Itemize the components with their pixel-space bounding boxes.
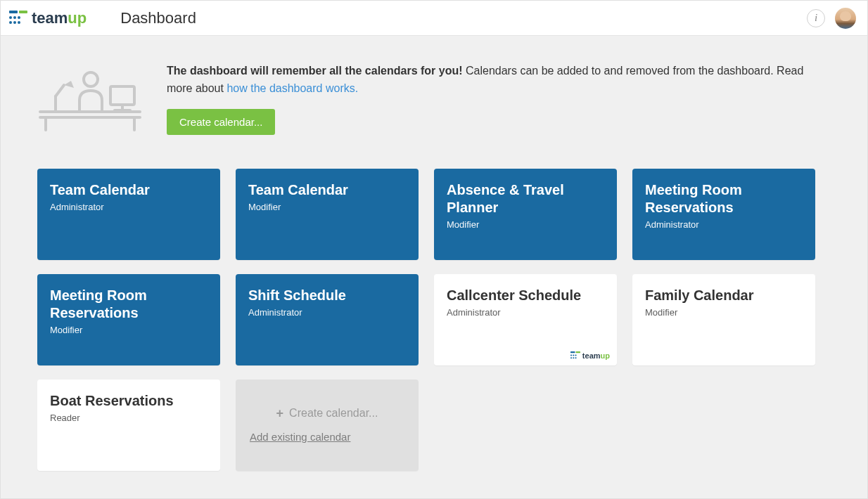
brand-logo[interactable]: teamup bbox=[9, 9, 87, 27]
calendar-card[interactable]: Meeting Room ReservationsModifier bbox=[37, 274, 220, 365]
add-calendar-card: +Create calendar...Add existing calendar bbox=[236, 380, 419, 471]
calendar-card-title: Team Calendar bbox=[50, 181, 208, 199]
calendar-card[interactable]: Team CalendarModifier bbox=[236, 169, 419, 260]
svg-point-24 bbox=[573, 357, 574, 358]
main-content: The dashboard will remember all the cale… bbox=[1, 36, 867, 498]
calendar-card-title: Callcenter Schedule bbox=[447, 287, 604, 304]
svg-point-22 bbox=[575, 354, 576, 356]
svg-rect-15 bbox=[110, 86, 134, 105]
svg-rect-1 bbox=[19, 11, 27, 13]
add-existing-calendar-link[interactable]: Add existing calendar bbox=[250, 431, 350, 443]
calendar-card-title: Meeting Room Reservations bbox=[50, 287, 208, 322]
calendar-card-role: Modifier bbox=[50, 325, 208, 335]
calendar-card[interactable]: Absence & Travel PlannerModifier bbox=[434, 169, 617, 260]
svg-point-4 bbox=[18, 16, 20, 19]
create-calendar-button[interactable]: Create calendar... bbox=[167, 109, 275, 135]
svg-point-21 bbox=[573, 354, 574, 356]
page-title: Dashboard bbox=[120, 9, 196, 27]
calendar-card-title: Absence & Travel Planner bbox=[447, 181, 604, 216]
calendar-card-title: Meeting Room Reservations bbox=[645, 181, 803, 216]
svg-point-7 bbox=[18, 21, 20, 24]
info-icon[interactable]: i bbox=[807, 9, 825, 27]
calendar-card-role: Modifier bbox=[447, 219, 604, 230]
svg-point-14 bbox=[84, 72, 98, 86]
dashboard-illustration-icon bbox=[37, 63, 143, 133]
calendar-card-role: Administrator bbox=[50, 202, 208, 212]
calendar-card[interactable]: Callcenter ScheduleAdministrator teamup bbox=[434, 274, 617, 365]
svg-point-25 bbox=[575, 357, 576, 358]
intro-text: The dashboard will remember all the cale… bbox=[167, 63, 814, 135]
svg-point-5 bbox=[9, 21, 12, 24]
svg-point-6 bbox=[13, 21, 16, 24]
calendar-card-role: Administrator bbox=[645, 219, 803, 230]
calendar-card-title: Boat Reservations bbox=[50, 392, 208, 410]
header-bar: teamup Dashboard i bbox=[1, 1, 867, 36]
calendar-card[interactable]: Family CalendarModifier bbox=[632, 274, 815, 365]
svg-rect-19 bbox=[575, 351, 580, 353]
calendar-card-role: Reader bbox=[50, 413, 208, 423]
svg-point-20 bbox=[570, 354, 572, 356]
create-calendar-link-label: Create calendar... bbox=[289, 407, 378, 420]
calendar-card-role: Administrator bbox=[447, 307, 604, 318]
svg-line-13 bbox=[56, 85, 64, 96]
svg-point-2 bbox=[9, 16, 12, 19]
calendar-card-title: Shift Schedule bbox=[248, 287, 406, 304]
avatar[interactable] bbox=[835, 8, 856, 29]
plus-icon: + bbox=[276, 407, 284, 420]
calendar-card[interactable]: Boat ReservationsReader bbox=[37, 380, 220, 471]
svg-rect-0 bbox=[9, 11, 18, 13]
calendar-card-role: Administrator bbox=[248, 307, 406, 318]
calendar-card[interactable]: Meeting Room ReservationsAdministrator bbox=[632, 169, 815, 260]
intro-block: The dashboard will remember all the cale… bbox=[37, 63, 831, 135]
calendar-card[interactable]: Shift ScheduleAdministrator bbox=[236, 274, 419, 365]
calendar-card[interactable]: Team CalendarAdministrator bbox=[37, 169, 220, 260]
brand-mark-icon bbox=[9, 11, 27, 26]
intro-bold: The dashboard will remember all the cale… bbox=[167, 65, 463, 77]
svg-point-23 bbox=[570, 357, 572, 358]
calendar-card-role: Modifier bbox=[645, 307, 803, 318]
create-calendar-link[interactable]: +Create calendar... bbox=[276, 407, 378, 420]
brand-text: teamup bbox=[32, 9, 87, 27]
calendar-card-title: Team Calendar bbox=[248, 181, 406, 199]
teamup-badge-icon: teamup bbox=[570, 351, 610, 360]
calendar-grid: Team CalendarAdministratorTeam CalendarM… bbox=[37, 169, 831, 471]
calendar-card-role: Modifier bbox=[248, 202, 406, 212]
calendar-card-title: Family Calendar bbox=[645, 287, 803, 304]
svg-point-3 bbox=[13, 16, 16, 19]
svg-rect-18 bbox=[570, 351, 575, 353]
how-dashboard-works-link[interactable]: how the dashboard works. bbox=[226, 82, 358, 94]
